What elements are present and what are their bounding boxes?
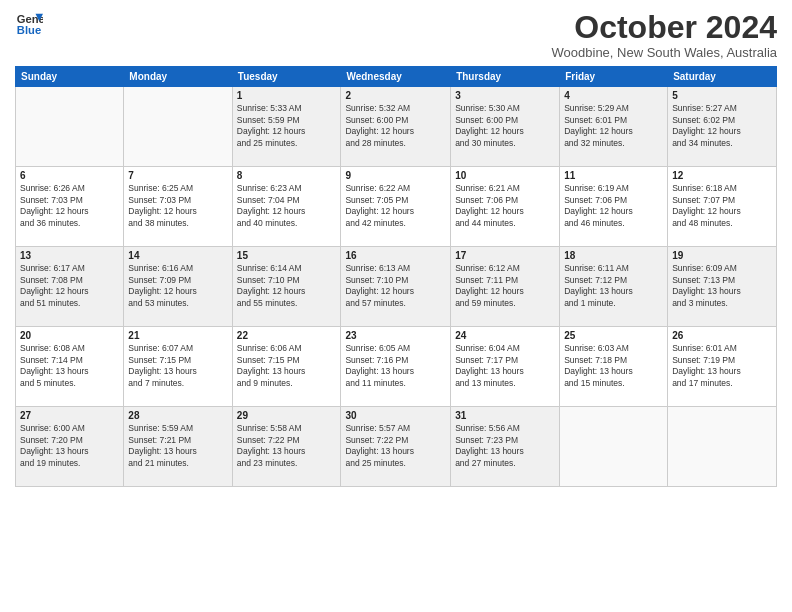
day-number: 31 <box>455 410 555 421</box>
day-info: Sunrise: 6:13 AM Sunset: 7:10 PM Dayligh… <box>345 263 446 309</box>
col-tuesday: Tuesday <box>232 67 341 87</box>
day-number: 2 <box>345 90 446 101</box>
table-row: 5Sunrise: 5:27 AM Sunset: 6:02 PM Daylig… <box>668 87 777 167</box>
day-info: Sunrise: 6:08 AM Sunset: 7:14 PM Dayligh… <box>20 343 119 389</box>
day-info: Sunrise: 6:19 AM Sunset: 7:06 PM Dayligh… <box>564 183 663 229</box>
day-info: Sunrise: 5:33 AM Sunset: 5:59 PM Dayligh… <box>237 103 337 149</box>
day-number: 16 <box>345 250 446 261</box>
day-number: 20 <box>20 330 119 341</box>
day-number: 13 <box>20 250 119 261</box>
table-row: 23Sunrise: 6:05 AM Sunset: 7:16 PM Dayli… <box>341 327 451 407</box>
table-row: 15Sunrise: 6:14 AM Sunset: 7:10 PM Dayli… <box>232 247 341 327</box>
table-row: 17Sunrise: 6:12 AM Sunset: 7:11 PM Dayli… <box>451 247 560 327</box>
table-row: 10Sunrise: 6:21 AM Sunset: 7:06 PM Dayli… <box>451 167 560 247</box>
day-number: 17 <box>455 250 555 261</box>
calendar-header-row: Sunday Monday Tuesday Wednesday Thursday… <box>16 67 777 87</box>
day-number: 28 <box>128 410 227 421</box>
table-row: 28Sunrise: 5:59 AM Sunset: 7:21 PM Dayli… <box>124 407 232 487</box>
day-info: Sunrise: 6:22 AM Sunset: 7:05 PM Dayligh… <box>345 183 446 229</box>
day-info: Sunrise: 5:56 AM Sunset: 7:23 PM Dayligh… <box>455 423 555 469</box>
table-row: 3Sunrise: 5:30 AM Sunset: 6:00 PM Daylig… <box>451 87 560 167</box>
day-info: Sunrise: 6:04 AM Sunset: 7:17 PM Dayligh… <box>455 343 555 389</box>
table-row <box>668 407 777 487</box>
day-info: Sunrise: 6:26 AM Sunset: 7:03 PM Dayligh… <box>20 183 119 229</box>
day-number: 10 <box>455 170 555 181</box>
day-info: Sunrise: 6:21 AM Sunset: 7:06 PM Dayligh… <box>455 183 555 229</box>
table-row: 16Sunrise: 6:13 AM Sunset: 7:10 PM Dayli… <box>341 247 451 327</box>
table-row: 11Sunrise: 6:19 AM Sunset: 7:06 PM Dayli… <box>560 167 668 247</box>
day-number: 21 <box>128 330 227 341</box>
day-number: 4 <box>564 90 663 101</box>
day-number: 1 <box>237 90 337 101</box>
day-info: Sunrise: 5:57 AM Sunset: 7:22 PM Dayligh… <box>345 423 446 469</box>
page: General Blue October 2024 Woodbine, New … <box>0 0 792 612</box>
day-number: 18 <box>564 250 663 261</box>
calendar-week-row: 6Sunrise: 6:26 AM Sunset: 7:03 PM Daylig… <box>16 167 777 247</box>
table-row: 21Sunrise: 6:07 AM Sunset: 7:15 PM Dayli… <box>124 327 232 407</box>
subtitle: Woodbine, New South Wales, Australia <box>552 45 777 60</box>
day-info: Sunrise: 6:07 AM Sunset: 7:15 PM Dayligh… <box>128 343 227 389</box>
table-row: 13Sunrise: 6:17 AM Sunset: 7:08 PM Dayli… <box>16 247 124 327</box>
col-wednesday: Wednesday <box>341 67 451 87</box>
day-number: 19 <box>672 250 772 261</box>
svg-text:Blue: Blue <box>17 24 41 36</box>
day-number: 5 <box>672 90 772 101</box>
table-row: 7Sunrise: 6:25 AM Sunset: 7:03 PM Daylig… <box>124 167 232 247</box>
day-number: 25 <box>564 330 663 341</box>
table-row: 1Sunrise: 5:33 AM Sunset: 5:59 PM Daylig… <box>232 87 341 167</box>
logo-icon: General Blue <box>15 10 43 38</box>
day-info: Sunrise: 6:16 AM Sunset: 7:09 PM Dayligh… <box>128 263 227 309</box>
table-row <box>560 407 668 487</box>
day-info: Sunrise: 6:06 AM Sunset: 7:15 PM Dayligh… <box>237 343 337 389</box>
calendar-table: Sunday Monday Tuesday Wednesday Thursday… <box>15 66 777 487</box>
day-info: Sunrise: 6:18 AM Sunset: 7:07 PM Dayligh… <box>672 183 772 229</box>
day-info: Sunrise: 6:09 AM Sunset: 7:13 PM Dayligh… <box>672 263 772 309</box>
day-info: Sunrise: 6:23 AM Sunset: 7:04 PM Dayligh… <box>237 183 337 229</box>
day-number: 29 <box>237 410 337 421</box>
table-row <box>16 87 124 167</box>
table-row: 2Sunrise: 5:32 AM Sunset: 6:00 PM Daylig… <box>341 87 451 167</box>
day-number: 22 <box>237 330 337 341</box>
calendar-week-row: 27Sunrise: 6:00 AM Sunset: 7:20 PM Dayli… <box>16 407 777 487</box>
col-saturday: Saturday <box>668 67 777 87</box>
table-row: 9Sunrise: 6:22 AM Sunset: 7:05 PM Daylig… <box>341 167 451 247</box>
day-number: 24 <box>455 330 555 341</box>
col-friday: Friday <box>560 67 668 87</box>
day-info: Sunrise: 6:17 AM Sunset: 7:08 PM Dayligh… <box>20 263 119 309</box>
day-info: Sunrise: 5:29 AM Sunset: 6:01 PM Dayligh… <box>564 103 663 149</box>
col-thursday: Thursday <box>451 67 560 87</box>
table-row: 6Sunrise: 6:26 AM Sunset: 7:03 PM Daylig… <box>16 167 124 247</box>
day-info: Sunrise: 6:03 AM Sunset: 7:18 PM Dayligh… <box>564 343 663 389</box>
table-row: 20Sunrise: 6:08 AM Sunset: 7:14 PM Dayli… <box>16 327 124 407</box>
calendar-week-row: 1Sunrise: 5:33 AM Sunset: 5:59 PM Daylig… <box>16 87 777 167</box>
day-info: Sunrise: 5:30 AM Sunset: 6:00 PM Dayligh… <box>455 103 555 149</box>
col-sunday: Sunday <box>16 67 124 87</box>
table-row: 29Sunrise: 5:58 AM Sunset: 7:22 PM Dayli… <box>232 407 341 487</box>
table-row: 14Sunrise: 6:16 AM Sunset: 7:09 PM Dayli… <box>124 247 232 327</box>
calendar-week-row: 13Sunrise: 6:17 AM Sunset: 7:08 PM Dayli… <box>16 247 777 327</box>
table-row: 12Sunrise: 6:18 AM Sunset: 7:07 PM Dayli… <box>668 167 777 247</box>
table-row: 30Sunrise: 5:57 AM Sunset: 7:22 PM Dayli… <box>341 407 451 487</box>
header: General Blue October 2024 Woodbine, New … <box>15 10 777 60</box>
logo: General Blue <box>15 10 43 38</box>
day-number: 8 <box>237 170 337 181</box>
day-info: Sunrise: 6:01 AM Sunset: 7:19 PM Dayligh… <box>672 343 772 389</box>
table-row: 18Sunrise: 6:11 AM Sunset: 7:12 PM Dayli… <box>560 247 668 327</box>
day-info: Sunrise: 5:59 AM Sunset: 7:21 PM Dayligh… <box>128 423 227 469</box>
day-info: Sunrise: 6:05 AM Sunset: 7:16 PM Dayligh… <box>345 343 446 389</box>
day-info: Sunrise: 6:25 AM Sunset: 7:03 PM Dayligh… <box>128 183 227 229</box>
day-info: Sunrise: 6:11 AM Sunset: 7:12 PM Dayligh… <box>564 263 663 309</box>
day-number: 6 <box>20 170 119 181</box>
table-row: 26Sunrise: 6:01 AM Sunset: 7:19 PM Dayli… <box>668 327 777 407</box>
day-number: 12 <box>672 170 772 181</box>
day-number: 9 <box>345 170 446 181</box>
day-number: 14 <box>128 250 227 261</box>
day-info: Sunrise: 6:14 AM Sunset: 7:10 PM Dayligh… <box>237 263 337 309</box>
table-row: 25Sunrise: 6:03 AM Sunset: 7:18 PM Dayli… <box>560 327 668 407</box>
table-row: 27Sunrise: 6:00 AM Sunset: 7:20 PM Dayli… <box>16 407 124 487</box>
day-number: 26 <box>672 330 772 341</box>
table-row: 8Sunrise: 6:23 AM Sunset: 7:04 PM Daylig… <box>232 167 341 247</box>
day-info: Sunrise: 6:12 AM Sunset: 7:11 PM Dayligh… <box>455 263 555 309</box>
day-info: Sunrise: 6:00 AM Sunset: 7:20 PM Dayligh… <box>20 423 119 469</box>
day-number: 23 <box>345 330 446 341</box>
